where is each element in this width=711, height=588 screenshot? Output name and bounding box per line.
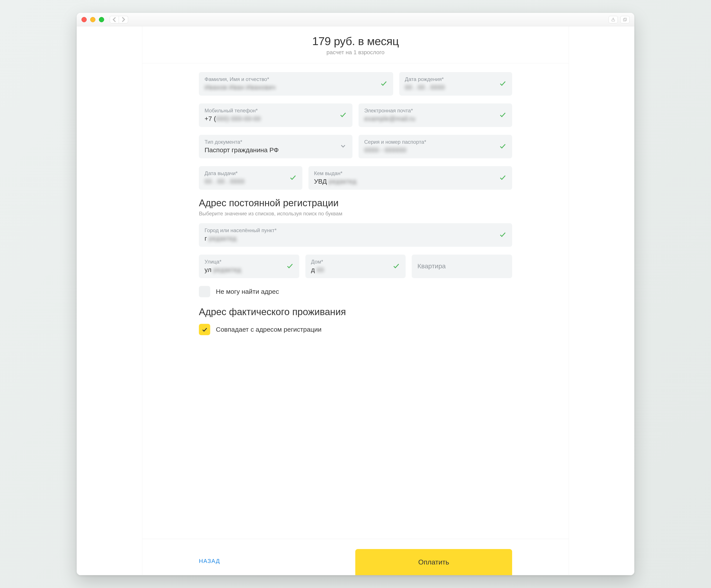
field-value: г редактед [204, 235, 507, 242]
check-icon [392, 262, 400, 270]
cant-find-address-row: Не могу найти адрес [199, 286, 512, 297]
field-value: example@mail.ru [364, 115, 507, 123]
registration-address-subtitle: Выберите значение из списков, используя … [199, 211, 512, 217]
field-value: +7 (000) 000-00-00 [204, 115, 347, 123]
dob-field[interactable]: Дата рождения* 00 . 00 . 0000 [399, 72, 512, 95]
field-value: Паспорт гражданина РФ [204, 146, 347, 154]
field-value: УВД редактед [314, 178, 507, 185]
check-icon [499, 174, 507, 182]
field-label: Серия и номер паспорта* [364, 139, 507, 145]
field-placeholder: Квартира [417, 262, 507, 270]
chevron-down-icon [339, 143, 347, 151]
field-label: Электронная почта* [364, 108, 507, 114]
check-icon [289, 174, 297, 182]
check-icon [499, 80, 507, 88]
page: 179 руб. в месяц расчет на 1 взрослого Ф… [142, 26, 569, 575]
check-icon [286, 262, 294, 270]
field-value: ул редактед [204, 266, 294, 274]
price-text: 179 руб. в месяц [142, 35, 569, 48]
price-header: 179 руб. в месяц расчет на 1 взрослого [142, 26, 569, 63]
same-address-checkbox[interactable] [199, 324, 210, 335]
check-icon [499, 143, 507, 151]
field-value: Иванов Иван Иванович [204, 84, 388, 91]
same-address-label: Совпадает с адресом регистрации [216, 326, 322, 333]
close-icon[interactable] [82, 17, 87, 22]
nav-forward-button[interactable] [119, 16, 128, 23]
check-icon [499, 111, 507, 119]
share-icon[interactable] [609, 16, 618, 23]
street-field[interactable]: Улица* ул редактед [199, 255, 299, 278]
check-icon [339, 111, 347, 119]
svg-rect-1 [624, 18, 627, 20]
back-button[interactable]: НАЗАД [199, 558, 220, 565]
titlebar [77, 13, 634, 26]
window-controls [82, 17, 104, 22]
cant-find-address-checkbox[interactable] [199, 286, 210, 297]
field-label: Кем выдан* [314, 170, 507, 176]
field-value: 00 . 00 . 0000 [204, 178, 297, 185]
field-label: Город или населённый пункт* [204, 227, 507, 234]
issue-date-field[interactable]: Дата выдачи* 00 . 00 . 0000 [199, 166, 302, 190]
fullname-field[interactable]: Фамилия, Имя и отчество* Иванов Иван Ива… [199, 72, 393, 95]
browser-window: 179 руб. в месяц расчет на 1 взрослого Ф… [77, 13, 634, 575]
maximize-icon[interactable] [99, 17, 104, 22]
field-label: Улица* [204, 259, 294, 265]
registration-address-title: Адрес постоянной регистрации [199, 198, 512, 209]
nav-arrows [110, 16, 128, 23]
email-field[interactable]: Электронная почта* example@mail.ru [359, 104, 512, 127]
doctype-field[interactable]: Тип документа* Паспорт гражданина РФ [199, 135, 352, 158]
city-field[interactable]: Город или населённый пункт* г редактед [199, 223, 512, 247]
minimize-icon[interactable] [90, 17, 95, 22]
field-label: Фамилия, Имя и отчество* [204, 76, 388, 82]
tabs-icon[interactable] [620, 16, 629, 23]
cant-find-address-label: Не могу найти адрес [216, 288, 279, 295]
pay-button[interactable]: Оплатить [355, 549, 512, 575]
svg-rect-2 [623, 19, 626, 21]
field-label: Дом* [311, 259, 400, 265]
check-icon [499, 231, 507, 239]
field-label: Дата рождения* [405, 76, 507, 82]
passport-field[interactable]: Серия и номер паспорта* 0000 - 000000 [359, 135, 512, 158]
footer: НАЗАД Оплатить [142, 539, 569, 575]
flat-field[interactable]: Квартира [412, 255, 512, 278]
form: Фамилия, Имя и отчество* Иванов Иван Ива… [142, 63, 569, 539]
field-label: Мобильный телефон* [204, 108, 347, 114]
field-label: Дата выдачи* [204, 170, 297, 176]
field-value: 0000 - 000000 [364, 146, 507, 154]
issued-by-field[interactable]: Кем выдан* УВД редактед [308, 166, 512, 190]
field-value: 00 . 00 . 0000 [405, 84, 507, 91]
phone-field[interactable]: Мобильный телефон* +7 (000) 000-00-00 [199, 104, 352, 127]
same-address-row: Совпадает с адресом регистрации [199, 324, 512, 335]
house-field[interactable]: Дом* д 00 [305, 255, 406, 278]
price-subtitle: расчет на 1 взрослого [142, 49, 569, 56]
field-label: Тип документа* [204, 139, 347, 145]
residence-address-title: Адрес фактического проживания [199, 306, 512, 317]
nav-back-button[interactable] [110, 16, 119, 23]
content-frame: 179 руб. в месяц расчет на 1 взрослого Ф… [77, 26, 634, 575]
check-icon [380, 80, 388, 88]
field-value: д 00 [311, 266, 400, 274]
